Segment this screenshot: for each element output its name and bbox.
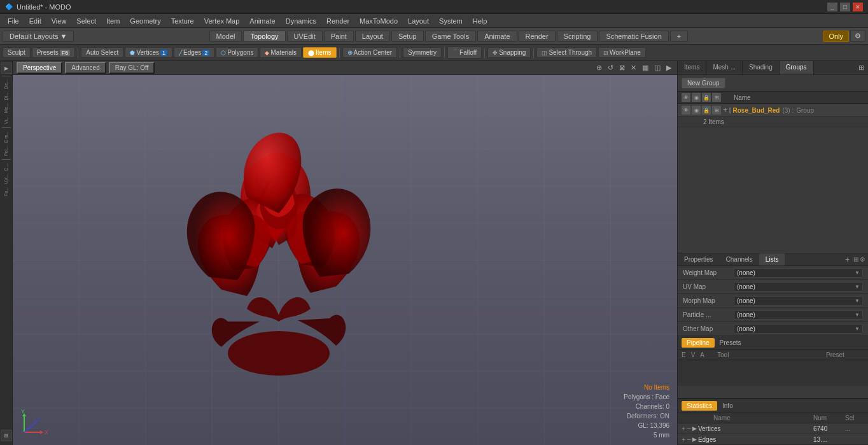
presets-button[interactable]: Presets F6: [32, 47, 75, 58]
weight-map-value[interactable]: (none) ▼: [734, 268, 863, 278]
group-expand-button[interactable]: +: [723, 106, 727, 115]
menu-geometry[interactable]: Geometry: [125, 16, 165, 26]
left-tool-select[interactable]: ▶: [1, 62, 12, 74]
default-layouts-button[interactable]: Default Layouts ▼: [3, 31, 74, 42]
menu-vertex-map[interactable]: Vertex Map: [199, 16, 245, 26]
vp-tab-advanced[interactable]: Advanced: [65, 62, 106, 74]
star-only-button[interactable]: Only: [823, 31, 849, 42]
tab-mesh[interactable]: Mesh ...: [706, 61, 743, 74]
vp-icon-grid[interactable]: ⊠: [617, 63, 627, 73]
vp-icon-close[interactable]: ✕: [629, 63, 638, 73]
tab-groups[interactable]: Groups: [780, 61, 814, 74]
edges-button[interactable]: ╱ Edges 2: [174, 47, 214, 58]
polygons-button[interactable]: ⬡ Polygons: [216, 47, 258, 58]
vp-icon-rotate[interactable]: ↺: [606, 63, 615, 73]
menu-maxtomodo[interactable]: MaxToModo: [354, 16, 403, 26]
edges-arrow[interactable]: ▶: [692, 436, 697, 442]
vertices-plus[interactable]: +: [682, 425, 685, 432]
gear-button[interactable]: ⚙: [850, 30, 865, 42]
left-expand-button[interactable]: ⊞: [1, 430, 12, 441]
panel-expand-icon[interactable]: ⊞: [858, 64, 864, 72]
tab-properties[interactable]: Properties: [678, 253, 720, 265]
tab-uvedit[interactable]: UVEdit: [287, 31, 323, 42]
menu-item[interactable]: Item: [101, 16, 125, 26]
bottom-panel-expand-icon[interactable]: ⊞: [853, 256, 858, 263]
pipeline-tab-active[interactable]: Pipeline: [682, 338, 715, 348]
vp-icon-play[interactable]: ▶: [664, 63, 673, 73]
vp-icon-split[interactable]: ◫: [652, 63, 662, 73]
col-icon-render[interactable]: ◉: [692, 93, 701, 102]
vp-tab-perspective[interactable]: Perspective: [17, 62, 62, 74]
symmetry-button[interactable]: Symmetry: [403, 47, 442, 58]
tab-game-tools[interactable]: Game Tools: [425, 31, 477, 42]
viewport-canvas[interactable]: No Items Polygons : Face Channels: 0 Def…: [13, 75, 677, 445]
pipeline-tab-presets[interactable]: Presets: [715, 338, 746, 348]
edges-plus[interactable]: +: [682, 435, 685, 443]
row-icon-lock[interactable]: 🔒: [702, 106, 711, 115]
workplane-button[interactable]: ⊟ WorkPlane: [598, 47, 646, 58]
menu-render[interactable]: Render: [321, 16, 354, 26]
group-row-rose[interactable]: 👁 ◉ 🔒 ⊞ + [ Rose_Bud_Red (3) : Group: [678, 104, 868, 117]
stats-tab-active[interactable]: Statistics: [682, 401, 717, 411]
row-icon-eye[interactable]: 👁: [682, 106, 690, 115]
falloff-button[interactable]: ⌒ Falloff: [447, 46, 482, 59]
action-center-button[interactable]: ⊕ Action Center: [342, 47, 398, 58]
tab-topology[interactable]: Topology: [243, 31, 285, 42]
menu-help[interactable]: Help: [468, 16, 493, 26]
snapping-button[interactable]: ✤ Snapping: [487, 47, 531, 58]
tab-lists[interactable]: Lists: [759, 253, 785, 265]
tab-model[interactable]: Model: [209, 31, 242, 42]
minimize-button[interactable]: _: [827, 3, 837, 11]
vp-icon-home[interactable]: ⊕: [594, 63, 604, 73]
auto-select-button[interactable]: Auto Select: [81, 47, 123, 58]
tab-channels[interactable]: Channels: [720, 253, 759, 265]
svg-point-20: [228, 331, 330, 376]
close-button[interactable]: ✕: [853, 3, 863, 11]
menu-animate[interactable]: Animate: [244, 16, 280, 26]
sculpt-button[interactable]: Sculpt: [3, 47, 31, 58]
tab-render[interactable]: Render: [519, 31, 556, 42]
pipeline-columns: E V A Tool Preset: [678, 350, 868, 360]
materials-button[interactable]: ◆ Materials: [260, 47, 302, 58]
vertices-arrow[interactable]: ▶: [692, 425, 697, 432]
vertices-button[interactable]: ⬟ Vertices 1: [125, 47, 172, 58]
other-map-value[interactable]: (none) ▼: [734, 324, 863, 334]
bottom-panel-add-button[interactable]: +: [843, 254, 852, 265]
menu-dynamics[interactable]: Dynamics: [281, 16, 321, 26]
col-icon-lock[interactable]: 🔒: [702, 93, 711, 102]
row-icon-extra[interactable]: ⊞: [712, 106, 721, 115]
separator-4: [444, 48, 445, 58]
stats-tab-info[interactable]: Info: [717, 401, 738, 411]
tab-schematic-fusion[interactable]: Schematic Fusion: [599, 31, 668, 42]
menu-file[interactable]: File: [3, 16, 24, 26]
edges-minus[interactable]: −: [687, 435, 690, 443]
bottom-panel-gear-icon[interactable]: ⚙: [860, 256, 865, 263]
tab-animate[interactable]: Animate: [477, 31, 517, 42]
tab-paint[interactable]: Paint: [324, 31, 354, 42]
uv-map-value[interactable]: (none) ▼: [734, 282, 863, 292]
vp-tab-raygl[interactable]: Ray GL: Off: [109, 62, 155, 74]
col-icon-extra[interactable]: ⊞: [712, 93, 721, 102]
menu-system[interactable]: System: [434, 16, 468, 26]
tab-setup[interactable]: Setup: [391, 31, 424, 42]
menu-layout[interactable]: Layout: [403, 16, 434, 26]
menu-edit[interactable]: Edit: [24, 16, 46, 26]
select-through-button[interactable]: ◫ Select Through: [536, 47, 597, 58]
morph-map-value[interactable]: (none) ▼: [734, 296, 863, 306]
maximize-button[interactable]: □: [840, 3, 850, 11]
tab-scripting[interactable]: Scripting: [557, 31, 598, 42]
add-tab-button[interactable]: +: [670, 31, 688, 42]
items-button[interactable]: ⬤ Items: [303, 47, 336, 58]
menu-view[interactable]: View: [46, 16, 72, 26]
row-icon-render[interactable]: ◉: [692, 106, 701, 115]
menu-texture[interactable]: Texture: [166, 16, 199, 26]
vp-icon-layout[interactable]: ▦: [640, 63, 650, 73]
tab-shading[interactable]: Shading: [743, 61, 780, 74]
tab-items[interactable]: Items: [678, 61, 706, 74]
new-group-button[interactable]: New Group: [682, 78, 725, 88]
col-icon-eye[interactable]: 👁: [682, 93, 690, 102]
particle-value[interactable]: (none) ▼: [734, 310, 863, 320]
menu-select[interactable]: Select: [71, 16, 101, 26]
tab-layout[interactable]: Layout: [355, 31, 390, 42]
vertices-minus[interactable]: −: [687, 425, 690, 432]
